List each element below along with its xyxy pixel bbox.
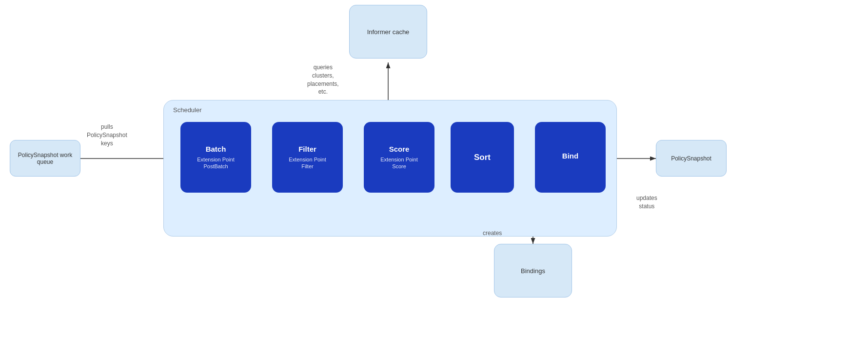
bind-title: Bind (562, 152, 578, 160)
bind-box: Bind (535, 122, 606, 193)
batch-title: Batch (206, 145, 226, 153)
policy-snapshot-out-label: PolicySnapshot (671, 155, 711, 162)
sort-box: Sort (451, 122, 514, 193)
informer-cache-box: Informer cache (349, 5, 427, 59)
score-title: Score (389, 145, 410, 153)
pulls-label: pulls PolicySnapshot keys (87, 123, 127, 147)
updates-label: updates status (636, 194, 657, 211)
batch-box: Batch Extension Point PostBatch (180, 122, 251, 193)
policy-snapshot-out-box: PolicySnapshot (656, 140, 727, 177)
score-box: Score Extension Point Score (364, 122, 434, 193)
bindings-box: Bindings (494, 244, 572, 298)
work-queue-box: PolicySnapshot work queue (10, 140, 80, 177)
score-subtitle: Extension Point Score (380, 156, 417, 170)
queries-label: queries clusters, placements, etc. (307, 63, 339, 96)
work-queue-label: PolicySnapshot work queue (10, 152, 80, 165)
filter-title: Filter (298, 145, 316, 153)
batch-subtitle: Extension Point PostBatch (197, 156, 234, 170)
scheduler-label: Scheduler (173, 106, 202, 114)
sort-title: Sort (474, 153, 491, 162)
bindings-label: Bindings (521, 267, 545, 275)
diagram-container: Informer cache queries clusters, placeme… (0, 0, 868, 357)
filter-box: Filter Extension Point Filter (272, 122, 343, 193)
informer-cache-label: Informer cache (367, 28, 410, 36)
creates-label: creates (483, 229, 502, 238)
filter-subtitle: Extension Point Filter (289, 156, 326, 170)
